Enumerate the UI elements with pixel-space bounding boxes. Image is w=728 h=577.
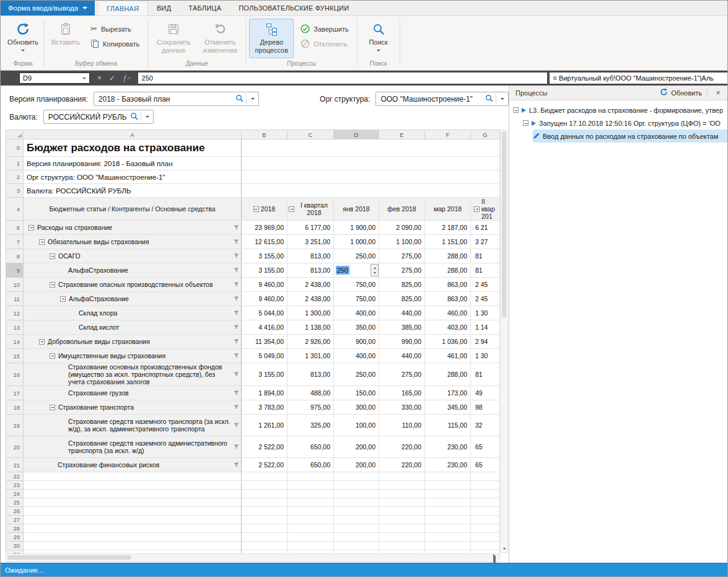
copy-button[interactable]: Копировать xyxy=(86,37,144,51)
row-header-1[interactable]: 1 xyxy=(6,157,24,170)
value-cell-clipped[interactable]: 1 30 xyxy=(471,349,500,363)
filter-funnel-icon[interactable] xyxy=(234,353,239,359)
value-cell[interactable]: 300,00 xyxy=(334,400,379,415)
value-cell-clipped[interactable]: 81 xyxy=(471,263,500,278)
grid-cell-empty[interactable] xyxy=(242,184,500,198)
grid-cell-empty[interactable] xyxy=(425,507,471,516)
currency-select[interactable]: РОССИЙСКИЙ РУБЛЬ xyxy=(43,110,154,124)
value-cell[interactable]: 3 251,00 xyxy=(287,235,334,249)
grid-corner[interactable] xyxy=(6,130,24,139)
value-cell-clipped[interactable]: 49 xyxy=(471,386,500,400)
column-header-A[interactable]: A xyxy=(24,130,242,139)
collapse-minus-icon[interactable] xyxy=(513,107,519,113)
period-header-cell[interactable]: 2018 xyxy=(242,198,287,221)
grid-cell-empty[interactable] xyxy=(334,498,379,507)
grid-cell-empty[interactable] xyxy=(287,472,334,481)
row-header-17[interactable]: 17 xyxy=(6,386,24,400)
value-cell[interactable]: 863,00 xyxy=(425,278,471,292)
grid-cell-empty[interactable] xyxy=(379,481,425,490)
grid-cell-empty[interactable] xyxy=(242,542,287,550)
vertical-scrollbar[interactable] xyxy=(500,130,508,553)
report-title-cell[interactable]: Орг структура: ООО "Машиностроение-1" xyxy=(24,170,242,184)
reject-button[interactable]: Отклонить xyxy=(296,37,353,51)
tab-glavnaya[interactable]: ГЛАВНАЯ xyxy=(97,1,148,15)
scroll-down-button[interactable] xyxy=(501,547,507,551)
grid-cell-empty[interactable] xyxy=(287,516,334,524)
value-cell[interactable]: 385,00 xyxy=(379,320,425,335)
filter-funnel-icon[interactable] xyxy=(234,239,239,245)
cut-button[interactable]: ✂ Вырезать xyxy=(86,22,144,36)
grid-cell-empty[interactable] xyxy=(24,516,242,524)
value-cell[interactable]: 2 438,00 xyxy=(287,278,334,292)
filter-funnel-icon[interactable] xyxy=(234,268,239,273)
grid-cell-empty[interactable] xyxy=(24,481,242,490)
value-cell[interactable]: 12 615,00 xyxy=(242,235,287,249)
value-cell[interactable]: 440,00 xyxy=(379,306,425,320)
value-cell[interactable]: 900,00 xyxy=(334,335,379,349)
row-header-19[interactable]: 19 xyxy=(6,415,24,436)
row-header-10[interactable]: 10 xyxy=(6,278,24,292)
save-data-button[interactable]: Сохранить данные xyxy=(151,19,196,58)
grid-cell-empty[interactable] xyxy=(242,524,287,533)
horizontal-scrollbar[interactable] xyxy=(6,553,499,562)
row-header-22[interactable]: 22 xyxy=(6,472,24,481)
collapse-minus-icon[interactable] xyxy=(253,206,259,212)
grid-cell-empty[interactable] xyxy=(24,472,242,481)
grid-cell-empty[interactable] xyxy=(334,472,379,481)
grid-cell-empty[interactable] xyxy=(471,516,500,524)
value-cell[interactable]: 250,00 xyxy=(334,249,379,263)
search-icon[interactable] xyxy=(130,112,138,122)
row-header-13[interactable]: 13 xyxy=(6,320,24,335)
value-spinner[interactable] xyxy=(371,264,379,276)
report-title-cell[interactable]: Версия планирования: 2018 - Базовый план xyxy=(24,157,242,170)
filter-funnel-icon[interactable] xyxy=(234,339,239,345)
row-header-18[interactable]: 18 xyxy=(6,400,24,415)
collapse-minus-icon[interactable] xyxy=(50,253,55,259)
value-cell[interactable]: 813,00 xyxy=(287,249,334,263)
row-header-0[interactable]: 0 xyxy=(6,139,24,157)
row-header-4[interactable]: 4 xyxy=(6,198,24,221)
filter-funnel-icon[interactable] xyxy=(234,372,239,377)
process-tree-item-content[interactable]: Запущен 17.10.2018 12:50:16 Орг. структу… xyxy=(523,117,727,130)
process-tree-item-content[interactable]: Ввод данных по расходам на страхование п… xyxy=(533,130,727,143)
grid-cell-empty[interactable] xyxy=(24,498,242,507)
report-title-cell[interactable]: Бюджет расходов на страхование xyxy=(24,139,242,157)
value-cell[interactable]: 110,00 xyxy=(379,415,425,436)
row-label-cell[interactable]: Страхование опасных производственных объ… xyxy=(24,278,242,292)
row-label-cell[interactable]: Склад кислот xyxy=(24,320,242,335)
value-cell[interactable]: 220,00 xyxy=(379,458,425,472)
grid-cell-empty[interactable] xyxy=(471,507,500,516)
value-cell[interactable]: 100,00 xyxy=(334,415,379,436)
grid-cell-empty[interactable] xyxy=(425,533,471,542)
row-header-21[interactable]: 21 xyxy=(6,458,24,472)
filter-funnel-icon[interactable] xyxy=(234,423,239,428)
column-header-G[interactable]: G xyxy=(471,130,500,139)
grid-cell-empty[interactable] xyxy=(334,507,379,516)
edit-formula-icon[interactable]: ƒ× xyxy=(123,73,131,84)
close-icon[interactable]: × xyxy=(713,89,724,97)
value-cell[interactable]: 750,00 xyxy=(334,278,379,292)
grid-cell-empty[interactable] xyxy=(425,542,471,550)
row-label-cell[interactable]: Расходы на страхование xyxy=(24,221,242,235)
value-cell[interactable]: 275,00 xyxy=(379,249,425,263)
value-cell[interactable]: 400,00 xyxy=(334,306,379,320)
filter-funnel-icon[interactable] xyxy=(234,405,239,410)
row-header-2[interactable]: 2 xyxy=(6,170,24,184)
grid-cell-empty[interactable] xyxy=(334,481,379,490)
row-header-25[interactable]: 25 xyxy=(6,498,24,507)
row-header-24[interactable]: 24 xyxy=(6,490,24,498)
row-label-cell[interactable]: Страхование транспорта xyxy=(24,400,242,415)
grid-cell-empty[interactable] xyxy=(471,542,500,550)
grid-cell-empty[interactable] xyxy=(242,490,287,498)
collapse-minus-icon[interactable] xyxy=(50,353,55,359)
grid-cell-empty[interactable] xyxy=(334,490,379,498)
row-header-6[interactable]: 6 xyxy=(6,221,24,235)
grid-cell-empty[interactable] xyxy=(287,542,334,550)
row-header-7[interactable]: 7 xyxy=(6,235,24,249)
grid-cell-empty[interactable] xyxy=(334,542,379,550)
value-cell[interactable]: 275,00 xyxy=(379,363,425,386)
grid-cell-empty[interactable] xyxy=(425,472,471,481)
chevron-down-icon[interactable] xyxy=(501,98,504,102)
value-cell[interactable]: 2 522,00 xyxy=(242,458,287,472)
row-header-28[interactable]: 28 xyxy=(6,524,24,533)
